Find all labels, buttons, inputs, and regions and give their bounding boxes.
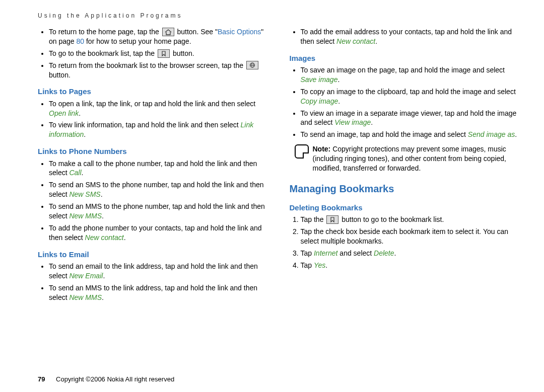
text: To save an image on the page, tap and ho… — [301, 66, 505, 74]
links-to-email-list: To send an email to the link address, ta… — [38, 262, 267, 302]
text: . — [103, 272, 105, 280]
heading-links-to-email: Links to Email — [38, 250, 267, 260]
list-item: To make a call to the phone number, tap … — [49, 159, 267, 178]
text: . — [102, 293, 104, 301]
list-item: To add the phone number to your contacts… — [49, 223, 267, 243]
action-internet: Internet — [314, 249, 337, 257]
heading-links-to-pages: Links to Pages — [38, 87, 267, 97]
list-item: To send an SMS to the phone number, tap … — [49, 180, 267, 199]
action-view-image: View image — [334, 118, 371, 126]
text: for how to setup your home page. — [84, 37, 191, 45]
list-item: To view link information, tap and hold t… — [49, 120, 267, 139]
list-item: To return from the bookmark list to the … — [49, 61, 267, 80]
text: button. — [49, 71, 71, 79]
text: Tap the — [301, 215, 326, 223]
text: . — [371, 118, 373, 126]
right-column: To add the email address to your contact… — [290, 26, 519, 305]
text: . — [325, 261, 327, 269]
action-copy-image: Copy image — [301, 97, 338, 105]
text: To add the phone number to your contacts… — [49, 224, 262, 242]
list-item: To view an image in a separate image vie… — [301, 109, 519, 128]
text: and select — [337, 249, 374, 257]
list-item: To save an image on the page, tap and ho… — [301, 65, 519, 85]
text: To copy an image to the clipboard, tap a… — [301, 88, 516, 96]
text: Tap the check box beside each bookmark i… — [301, 227, 508, 245]
bookmark-icon — [158, 49, 170, 58]
copyright-note: Note: Copyright protections may prevent … — [295, 144, 519, 173]
links-to-phone-list: To make a call to the phone number, tap … — [38, 159, 267, 243]
images-list: To save an image on the page, tap and ho… — [290, 65, 519, 139]
text: button to go to the bookmark list. — [339, 215, 444, 223]
page-footer: 79 Copyright ©2006 Nokia All right reser… — [38, 375, 174, 383]
action-yes: Yes — [314, 261, 325, 269]
text: To send an image, tap and hold the image… — [301, 130, 468, 138]
list-item: To send an MMS to the phone number, tap … — [49, 202, 267, 221]
content-columns: To return to the home page, tap the butt… — [38, 26, 519, 305]
text: . — [101, 190, 103, 198]
text: To view link information, tap and hold t… — [49, 121, 241, 129]
text: . — [79, 109, 81, 117]
page-number: 79 — [38, 375, 45, 383]
text: button. — [171, 49, 194, 57]
text: To return to the home page, tap the — [49, 28, 161, 36]
text: . — [84, 130, 86, 138]
text: Tap — [301, 249, 314, 257]
text: . — [82, 169, 84, 177]
note-text: Note: Copyright protections may prevent … — [313, 144, 519, 173]
list-item: Tap Internet and select Delete. — [301, 249, 519, 258]
action-new-mms-email: New MMS — [69, 293, 102, 301]
list-item: To open a link, tap the link, or tap and… — [49, 99, 267, 118]
list-item: Tap the button to go to the bookmark lis… — [301, 215, 519, 224]
text: To add the email address to your contact… — [301, 28, 512, 45]
list-item: To add the email address to your contact… — [301, 27, 519, 46]
heading-managing-bookmarks: Managing Bookmarks — [290, 182, 519, 196]
text: . — [515, 130, 517, 138]
action-call: Call — [69, 169, 81, 177]
text: . — [375, 37, 377, 45]
list-item: Tap the check box beside each bookmark i… — [301, 227, 519, 246]
text: . — [338, 97, 340, 105]
home-icon — [162, 28, 174, 36]
intro-bullets: To return to the home page, tap the butt… — [38, 27, 267, 80]
text: . — [102, 212, 104, 220]
action-delete: Delete — [374, 249, 394, 257]
left-column: To return to the home page, tap the butt… — [38, 26, 267, 305]
text: To open a link, tap the link, or tap and… — [49, 100, 255, 108]
action-new-email: New Email — [69, 272, 103, 280]
list-item: To send an email to the link address, ta… — [49, 262, 267, 281]
text: . — [394, 249, 396, 257]
email-continued-list: To add the email address to your contact… — [290, 27, 519, 46]
list-item: To go to the bookmark list, tap the butt… — [49, 49, 267, 58]
list-item: To send an MMS to the link address, tap … — [49, 283, 267, 302]
action-new-contact-email: New contact — [336, 37, 375, 45]
action-new-mms: New MMS — [69, 212, 102, 220]
action-new-sms: New SMS — [69, 190, 100, 198]
action-save-image: Save image — [301, 75, 338, 84]
heading-images: Images — [290, 53, 519, 63]
manual-page: Using the Application Programs To return… — [0, 0, 544, 392]
text: button. See " — [175, 28, 218, 36]
heading-deleting-bookmarks: Deleting Bookmarks — [290, 203, 519, 213]
list-item: To send an image, tap and hold the image… — [301, 130, 519, 139]
note-icon — [295, 144, 309, 159]
action-open-link: Open link — [49, 109, 79, 117]
bookmark-icon — [326, 215, 338, 224]
copyright-text: Copyright ©2006 Nokia All right reserved — [56, 375, 174, 383]
text: . — [124, 233, 126, 242]
text: . — [337, 75, 339, 84]
text: To view an image in a separate image vie… — [301, 109, 517, 127]
text: Tap — [301, 261, 314, 269]
action-send-image-as: Send image as — [468, 130, 515, 138]
link-basic-options[interactable]: Basic Options — [218, 28, 261, 36]
text: To go to the bookmark list, tap the — [49, 49, 157, 57]
note-label: Note: — [313, 145, 331, 153]
globe-icon — [246, 61, 258, 69]
deleting-bookmarks-steps: Tap the button to go to the bookmark lis… — [290, 215, 519, 270]
list-item: To return to the home page, tap the butt… — [49, 27, 267, 46]
list-item: Tap Yes. — [301, 261, 519, 270]
action-new-contact: New contact — [85, 233, 124, 242]
link-page-80[interactable]: 80 — [77, 37, 85, 45]
text: To return from the bookmark list to the … — [49, 61, 245, 69]
links-to-pages-list: To open a link, tap the link, or tap and… — [38, 99, 267, 140]
note-body: Copyright protections may prevent some i… — [313, 145, 506, 172]
